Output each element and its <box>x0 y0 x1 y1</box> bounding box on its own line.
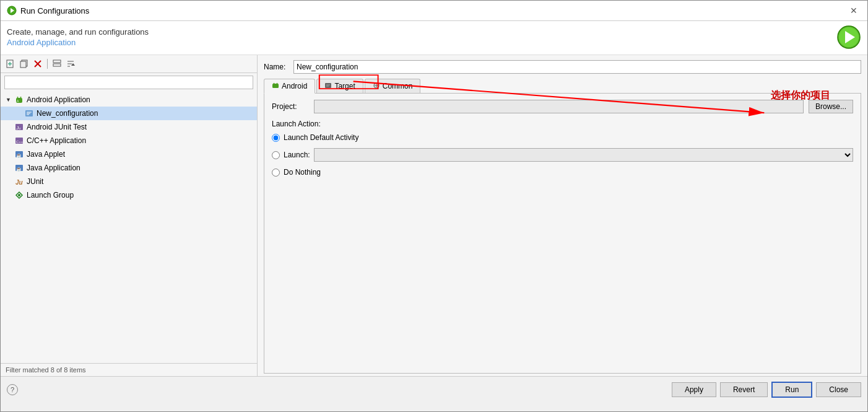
title-bar: Run Configurations ✕ <box>1 1 867 21</box>
subtitle-main: Create, manage, and run configurations <box>7 27 149 37</box>
tree-item-android-junit[interactable]: Ju Android JUnit Test <box>1 120 257 134</box>
help-button[interactable]: ? <box>7 384 18 395</box>
java-applet-label: Java Applet <box>27 150 65 159</box>
java-application-label: Java Application <box>27 164 80 172</box>
collapse-all-button[interactable] <box>51 58 63 70</box>
name-input[interactable] <box>293 60 861 74</box>
svg-rect-13 <box>53 64 61 66</box>
svg-rect-40 <box>272 84 279 88</box>
radio-default-activity-row: Launch Default Activity <box>272 132 853 143</box>
toolbar-sep <box>47 59 48 69</box>
launch-action-label: Launch Action: <box>272 120 853 128</box>
subtitle-sub: Android Application <box>7 38 149 47</box>
close-button[interactable]: Close <box>816 382 861 397</box>
sort-button[interactable] <box>64 58 77 70</box>
radio-do-nothing-row: Do Nothing <box>272 167 853 178</box>
project-row: Project: Browse... <box>272 100 853 113</box>
tab-content-android: Project: Browse... Launch Action: Launch… <box>264 94 861 374</box>
window-title: Run Configurations <box>20 6 89 15</box>
junit-label: JUnit <box>27 177 43 186</box>
javaapp-icon: ☕ <box>14 163 24 173</box>
tree-item-android-application[interactable]: ▼ A Android Application <box>1 93 257 107</box>
launch-icon <box>14 190 24 200</box>
bottom-bar: ? Apply Revert Run Close <box>1 376 867 402</box>
left-panel: ▼ A Android Application New_configuratio… <box>1 55 258 376</box>
svg-rect-43 <box>325 83 331 88</box>
bottom-right: Apply Revert Run Close <box>672 382 861 398</box>
run-configurations-window: Run Configurations ✕ Create, manage, and… <box>0 0 868 412</box>
svg-rect-12 <box>53 60 61 63</box>
config-icon <box>24 108 34 118</box>
run-title-icon <box>7 6 17 15</box>
tree-item-new-configuration[interactable]: New_configuration <box>1 107 257 120</box>
radio-launch-label: Launch: <box>284 151 310 159</box>
tree-item-java-applet[interactable]: ☕ Java Applet <box>1 147 257 161</box>
delete-button[interactable] <box>32 58 44 70</box>
junit-icon2: Ju <box>14 177 24 186</box>
svg-text:Ju: Ju <box>15 179 23 186</box>
launch-select[interactable] <box>314 148 853 162</box>
subtitle-left: Create, manage, and run configurations A… <box>7 27 149 47</box>
radio-launch[interactable] <box>272 151 280 159</box>
filter-text: Filter matched 8 of 8 items <box>1 363 257 376</box>
tree-item-cpp[interactable]: C++ C/C++ Application <box>1 134 257 147</box>
radio-do-nothing-label: Do Nothing <box>284 168 321 177</box>
tree-area: ▼ A Android Application New_configuratio… <box>1 92 257 363</box>
radio-default-activity[interactable] <box>272 134 280 142</box>
svg-point-42 <box>277 83 278 84</box>
cpp-icon: C++ <box>14 136 24 146</box>
svg-text:☕: ☕ <box>16 166 22 172</box>
radio-launch-row: Launch: <box>272 147 853 163</box>
cpp-label: C/C++ Application <box>27 136 86 145</box>
radio-do-nothing[interactable] <box>272 169 280 177</box>
tab-common-label: Common <box>383 82 413 90</box>
tab-android-label: Android <box>282 82 307 90</box>
target-tab-icon <box>324 82 332 90</box>
search-input[interactable] <box>4 76 253 89</box>
duplicate-button[interactable] <box>18 58 30 70</box>
launch-group-label: Launch Group <box>27 191 74 199</box>
svg-text:u: u <box>19 126 20 130</box>
applet-icon: ☕ <box>14 149 24 159</box>
junit-icon: Ju <box>14 122 24 132</box>
tab-common[interactable]: Common <box>365 79 421 93</box>
android-tab-icon <box>272 82 279 90</box>
browse-button[interactable]: Browse... <box>809 100 853 113</box>
project-label: Project: <box>272 102 309 111</box>
svg-text:☕: ☕ <box>16 152 22 158</box>
new-configuration-label: New_configuration <box>37 109 98 118</box>
name-label: Name: <box>264 63 289 71</box>
expand-arrow-android: ▼ <box>6 97 12 103</box>
tab-target-label: Target <box>334 82 355 90</box>
new-config-button[interactable] <box>4 58 17 70</box>
right-panel: Name: Android Target <box>258 55 867 376</box>
tree-item-launch-group[interactable]: Launch Group <box>1 188 257 202</box>
project-input[interactable] <box>314 100 804 113</box>
android-application-label: Android Application <box>27 95 90 104</box>
tab-target[interactable]: Target <box>316 79 363 93</box>
bottom-left: ? <box>7 384 18 395</box>
toolbar <box>1 55 257 73</box>
name-row: Name: <box>264 60 861 74</box>
svg-text:C++: C++ <box>16 140 24 144</box>
tree-item-junit[interactable]: Ju JUnit <box>1 175 257 188</box>
title-bar-left: Run Configurations <box>7 6 89 15</box>
android-junit-label: Android JUnit Test <box>27 123 87 131</box>
main-content: ▼ A Android Application New_configuratio… <box>1 55 867 376</box>
tabs-bar: Android Target Common <box>264 79 861 94</box>
tree-item-java-application[interactable]: ☕ Java Application <box>1 161 257 175</box>
tab-android[interactable]: Android <box>264 79 315 94</box>
common-tab-icon <box>373 82 380 90</box>
svg-point-39 <box>18 194 20 196</box>
run-button[interactable]: Run <box>771 382 812 398</box>
run-button-large[interactable] <box>836 25 861 50</box>
revert-button[interactable]: Revert <box>720 382 768 397</box>
window-close-button[interactable]: ✕ <box>846 4 861 17</box>
svg-point-41 <box>274 83 275 84</box>
radio-default-activity-label: Launch Default Activity <box>284 133 358 142</box>
android-application-icon: A <box>14 95 24 105</box>
subtitle-area: Create, manage, and run configurations A… <box>1 21 867 55</box>
svg-rect-9 <box>20 61 26 68</box>
apply-button[interactable]: Apply <box>672 382 716 397</box>
